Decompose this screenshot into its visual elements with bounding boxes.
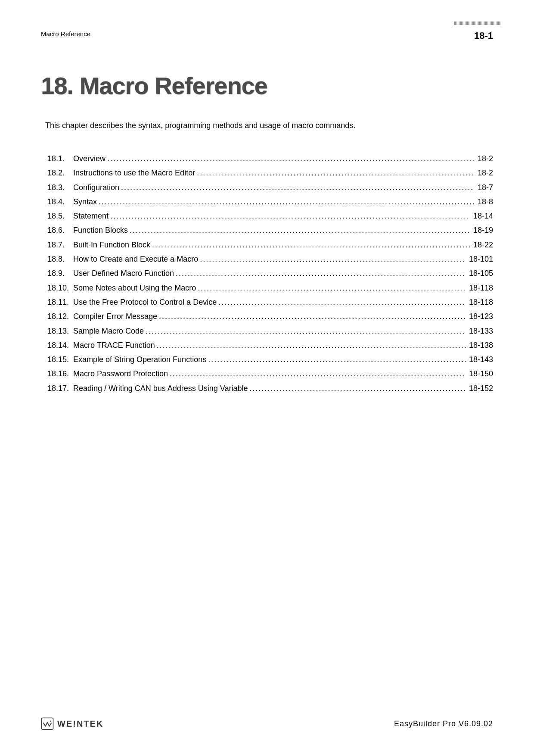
- toc-entry-number: 18.6.: [47, 223, 73, 237]
- toc-entry-title: Macro TRACE Function: [73, 338, 155, 353]
- toc-entry-title: Some Notes about Using the Macro: [73, 281, 196, 295]
- toc-entry-title: Use the Free Protocol to Control a Devic…: [73, 295, 217, 309]
- toc-entry-page: 18-152: [467, 381, 493, 396]
- toc-entry-title: Compiler Error Message: [73, 309, 157, 324]
- toc-entry-number: 18.14.: [47, 338, 73, 353]
- toc-leader-dots: [250, 381, 466, 396]
- toc-entry-title: Built-In Function Block: [73, 238, 150, 252]
- toc-leader-dots: [200, 252, 466, 266]
- toc-entry-number: 18.2.: [47, 166, 73, 180]
- toc-entry[interactable]: 18.1.Overview18-2: [47, 152, 493, 166]
- header-title: Macro Reference: [41, 30, 90, 37]
- toc-entry[interactable]: 18.12.Compiler Error Message18-123: [47, 309, 493, 324]
- page-footer: WE!NTEK EasyBuilder Pro V6.09.02: [41, 717, 493, 730]
- toc-entry-page: 18-2: [476, 166, 493, 180]
- toc-entry-page: 18-133: [467, 324, 493, 338]
- chapter-title: 18. Macro Reference: [41, 72, 493, 100]
- toc-entry-title: How to Create and Execute a Macro: [73, 252, 198, 266]
- toc-entry[interactable]: 18.15.Example of String Operation Functi…: [47, 353, 493, 367]
- toc-entry-title: Instructions to use the Macro Editor: [73, 166, 195, 180]
- toc-leader-dots: [159, 309, 466, 324]
- footer-brand-text: WE!NTEK: [57, 719, 103, 729]
- toc-entry[interactable]: 18.16.Macro Password Protection18-150: [47, 367, 493, 381]
- toc-leader-dots: [157, 338, 466, 353]
- toc-entry-title: Syntax: [73, 195, 97, 209]
- toc-entry-page: 18-2: [476, 152, 493, 166]
- toc-entry-title: Reading / Writing CAN bus Address Using …: [73, 381, 248, 396]
- toc-entry[interactable]: 18.6.Function Blocks18-19: [47, 223, 493, 237]
- toc-leader-dots: [107, 152, 474, 166]
- toc-entry-number: 18.13.: [47, 324, 73, 338]
- toc-entry-title: User Defined Macro Function: [73, 266, 174, 281]
- toc-entry-title: Function Blocks: [73, 223, 128, 237]
- toc-entry-number: 18.1.: [47, 152, 73, 166]
- toc-entry-page: 18-8: [476, 195, 493, 209]
- toc-entry-number: 18.17.: [47, 381, 73, 396]
- toc-entry-page: 18-123: [467, 309, 493, 324]
- footer-logo: WE!NTEK: [41, 717, 103, 730]
- toc-entry[interactable]: 18.14.Macro TRACE Function18-138: [47, 338, 493, 353]
- toc-entry-number: 18.3.: [47, 181, 73, 195]
- toc-leader-dots: [152, 238, 470, 252]
- toc-entry[interactable]: 18.17.Reading / Writing CAN bus Address …: [47, 381, 493, 396]
- weintek-logo-icon: [41, 717, 54, 730]
- toc-entry[interactable]: 18.9.User Defined Macro Function18-105: [47, 266, 493, 281]
- header-page-number: 18-1: [474, 30, 493, 41]
- toc-entry-number: 18.10.: [47, 281, 73, 295]
- toc-entry-page: 18-101: [467, 252, 493, 266]
- toc-entry[interactable]: 18.13.Sample Macro Code18-133: [47, 324, 493, 338]
- toc-entry-title: Example of String Operation Functions: [73, 353, 206, 367]
- toc-leader-dots: [218, 295, 466, 309]
- toc-entry-number: 18.8.: [47, 252, 73, 266]
- toc-entry-title: Sample Macro Code: [73, 324, 144, 338]
- toc-entry[interactable]: 18.4.Syntax18-8: [47, 195, 493, 209]
- toc-leader-dots: [176, 266, 466, 281]
- toc-leader-dots: [197, 166, 474, 180]
- toc-leader-dots: [110, 209, 470, 223]
- toc-entry[interactable]: 18.2.Instructions to use the Macro Edito…: [47, 166, 493, 180]
- page-number-top: 18-1: [474, 30, 493, 41]
- toc-entry[interactable]: 18.8.How to Create and Execute a Macro18…: [47, 252, 493, 266]
- toc-entry-page: 18-143: [467, 353, 493, 367]
- toc-entry-number: 18.5.: [47, 209, 73, 223]
- toc-entry-page: 18-105: [467, 266, 493, 281]
- toc-entry-page: 18-150: [467, 367, 493, 381]
- toc-entry-title: Configuration: [73, 181, 119, 195]
- toc-entry-page: 18-19: [472, 223, 493, 237]
- toc-leader-dots: [130, 223, 470, 237]
- svg-rect-0: [42, 718, 53, 730]
- toc-entry-title: Overview: [73, 152, 106, 166]
- toc-leader-dots: [198, 281, 466, 295]
- footer-product-version: EasyBuilder Pro V6.09.02: [394, 719, 493, 728]
- toc-entry-number: 18.9.: [47, 266, 73, 281]
- toc-leader-dots: [170, 367, 466, 381]
- chapter-intro: This chapter describes the syntax, progr…: [45, 121, 493, 130]
- toc-entry[interactable]: 18.3.Configuration18-7: [47, 181, 493, 195]
- toc-entry-page: 18-118: [467, 295, 493, 309]
- toc-entry-number: 18.15.: [47, 353, 73, 367]
- toc-entry[interactable]: 18.10.Some Notes about Using the Macro18…: [47, 281, 493, 295]
- toc-entry-page: 18-118: [467, 281, 493, 295]
- toc-entry-page: 18-7: [476, 181, 493, 195]
- toc-leader-dots: [146, 324, 466, 338]
- toc-leader-dots: [208, 353, 466, 367]
- page-header: Macro Reference 18-1: [41, 30, 493, 41]
- table-of-contents: 18.1.Overview18-218.2.Instructions to us…: [47, 152, 493, 396]
- toc-entry-number: 18.16.: [47, 367, 73, 381]
- toc-entry-title: Macro Password Protection: [73, 367, 168, 381]
- svg-point-1: [50, 721, 51, 722]
- toc-leader-dots: [121, 181, 474, 195]
- document-page: Macro Reference 18-1 18. Macro Reference…: [0, 0, 534, 756]
- toc-entry-number: 18.4.: [47, 195, 73, 209]
- toc-entry-title: Statement: [73, 209, 109, 223]
- toc-leader-dots: [99, 195, 474, 209]
- toc-entry-number: 18.12.: [47, 309, 73, 324]
- header-accent-bar: [454, 22, 502, 25]
- toc-entry-number: 18.7.: [47, 238, 73, 252]
- toc-entry[interactable]: 18.5.Statement18-14: [47, 209, 493, 223]
- toc-entry-number: 18.11.: [47, 295, 73, 309]
- toc-entry[interactable]: 18.7.Built-In Function Block18-22: [47, 238, 493, 252]
- toc-entry-page: 18-22: [472, 238, 493, 252]
- toc-entry[interactable]: 18.11.Use the Free Protocol to Control a…: [47, 295, 493, 309]
- toc-entry-page: 18-138: [467, 338, 493, 353]
